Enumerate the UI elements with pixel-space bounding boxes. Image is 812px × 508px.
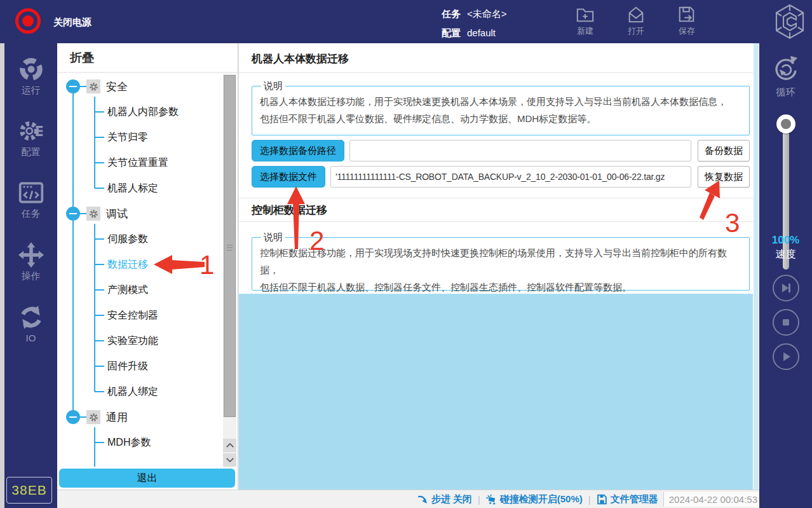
speed-slider-handle[interactable] bbox=[776, 114, 795, 134]
backup-data-button[interactable]: 备份数据 bbox=[698, 140, 750, 161]
new-button[interactable]: 新建 bbox=[565, 5, 605, 37]
step-mode-label: 步进 关闭 bbox=[431, 493, 472, 505]
sidebar-item-task[interactable]: 任务 bbox=[4, 179, 57, 220]
loop-label: 循环 bbox=[759, 86, 812, 99]
open-file-icon bbox=[626, 5, 646, 24]
speed-label: 速度 bbox=[759, 248, 812, 261]
tree-item-label: 实验室功能 bbox=[107, 334, 158, 348]
power-record-icon[interactable] bbox=[15, 8, 41, 34]
tree-group: 调试伺服参数数据迁移产测模式安全控制器实验室功能固件升级机器人绑定 bbox=[57, 201, 222, 404]
tree-body: 安全机器人内部参数关节归零关节位置重置机器人标定调试伺服参数数据迁移产测模式安全… bbox=[57, 74, 222, 467]
separator: | bbox=[478, 494, 480, 505]
open-button[interactable]: 打开 bbox=[616, 5, 656, 37]
data-file-input[interactable] bbox=[330, 166, 691, 188]
save-button[interactable]: 保存 bbox=[667, 5, 707, 37]
chevron-up-icon bbox=[226, 443, 234, 448]
step-mode-status[interactable]: 步进 关闭 bbox=[417, 493, 472, 505]
topbar: 关闭电源 任务<未命名> 配置default 新建 打开 保存 bbox=[0, 0, 812, 43]
backup-path-input[interactable] bbox=[349, 140, 691, 161]
sidebar-item-operate[interactable]: 操作 bbox=[4, 242, 57, 282]
tree-item-label: 机器人绑定 bbox=[107, 385, 158, 399]
sidebar-item-config[interactable]: 配置 bbox=[4, 118, 57, 158]
power-label: 关闭电源 bbox=[53, 17, 91, 29]
minus-circle-icon[interactable] bbox=[66, 79, 80, 93]
section2-title: 控制柜数据迁移 bbox=[239, 198, 753, 222]
tree-item-关节位置重置[interactable]: 关节位置重置 bbox=[57, 150, 222, 175]
tree-connector bbox=[95, 366, 104, 367]
collision-detect-status[interactable]: 碰撞检测开启(50%) bbox=[486, 493, 583, 505]
config-label: 配置 bbox=[442, 27, 461, 38]
main-panel: 机器人本体数据迁移 说明 机器人本体数据迁移功能，用于实现快速更换机器人本体场景… bbox=[238, 43, 759, 490]
minus-circle-icon[interactable] bbox=[66, 207, 80, 221]
config-value: default bbox=[467, 27, 496, 38]
loop-button[interactable] bbox=[759, 55, 812, 84]
step-forward-button[interactable] bbox=[773, 275, 799, 301]
config-gear-icon bbox=[18, 118, 44, 144]
task-code-icon bbox=[18, 179, 44, 206]
tree-item-机器人内部参数[interactable]: 机器人内部参数 bbox=[57, 99, 222, 125]
note-line: 机器人本体数据迁移功能，用于实现快速更换机器人本体场景，使用支持导入与导出当前机… bbox=[260, 93, 741, 110]
tree-connector bbox=[95, 238, 104, 240]
sidebar-item-io[interactable]: IO bbox=[4, 304, 57, 343]
tree-group-header[interactable]: 安全 bbox=[57, 74, 222, 99]
tree-item-产测模式[interactable]: 产测模式 bbox=[57, 277, 222, 303]
choose-backup-path-button[interactable]: 选择数据备份路径 bbox=[252, 140, 344, 161]
tree-connector bbox=[95, 137, 104, 138]
right-sidebar: 循环 100% 速度 bbox=[759, 43, 812, 508]
robot-note-box: 说明 机器人本体数据迁移功能，用于实现快速更换机器人本体场景，使用支持导入与导出… bbox=[252, 80, 750, 135]
cabinet-note-box: 说明 控制柜数据迁移功能，用于实现现场支持时快速更换控制柜的场景使用，支持导入与… bbox=[252, 231, 750, 291]
exit-button[interactable]: 退出 bbox=[59, 469, 235, 488]
settings-tree-panel: 折叠 安全机器人内部参数关节归零关节位置重置机器人标定调试伺服参数数据迁移产测模… bbox=[57, 43, 238, 490]
tree-item-机器人标定[interactable]: 机器人标定 bbox=[57, 175, 222, 201]
task-label: 任务 bbox=[442, 8, 461, 19]
main-scrollbar-track[interactable] bbox=[754, 43, 759, 490]
tree-item-实验室功能[interactable]: 实验室功能 bbox=[57, 328, 222, 354]
tree-connector bbox=[80, 86, 86, 87]
play-button[interactable] bbox=[773, 343, 799, 370]
minus-circle-icon[interactable] bbox=[66, 410, 80, 424]
datetime: 2024-04-22 00:04:53 bbox=[663, 492, 759, 507]
tree-scrollbar[interactable] bbox=[223, 74, 236, 467]
tree-item-label: 安全控制器 bbox=[107, 309, 158, 322]
left-sidebar: 运行 配置 任务 操作 IO 38 bbox=[0, 43, 57, 508]
tree-item-label: 数据迁移 bbox=[107, 258, 148, 271]
tree-connector bbox=[95, 162, 104, 163]
tree-item-label: 伺服参数 bbox=[107, 233, 148, 246]
step-mode-icon bbox=[417, 494, 428, 505]
tree-group-header[interactable]: 通用 bbox=[57, 404, 222, 430]
tree-connector bbox=[95, 264, 104, 265]
tree-scrollbar-thumb[interactable] bbox=[224, 75, 236, 417]
choose-data-file-button[interactable]: 选择数据文件 bbox=[252, 166, 325, 188]
tree-group-header[interactable]: 调试 bbox=[57, 201, 222, 226]
file-manager-status[interactable]: 文件管理器 bbox=[597, 493, 658, 505]
tree-item-伺服参数[interactable]: 伺服参数 bbox=[57, 226, 222, 252]
tree-item-数据迁移[interactable]: 数据迁移 bbox=[57, 252, 222, 277]
restore-data-button[interactable]: 恢复数据 bbox=[698, 166, 750, 188]
restore-row: 选择数据文件 恢复数据 bbox=[252, 166, 750, 188]
task-config-meta: 任务<未命名> 配置default bbox=[442, 4, 507, 43]
tree-item-机器人绑定[interactable]: 机器人绑定 bbox=[57, 379, 222, 404]
note-legend: 说明 bbox=[261, 80, 285, 92]
tree-item-MDH参数[interactable]: MDH参数 bbox=[57, 430, 222, 455]
tree-item-安全控制器[interactable]: 安全控制器 bbox=[57, 303, 222, 328]
scroll-up-button[interactable] bbox=[223, 439, 236, 452]
tree-item-label: MDH参数 bbox=[107, 436, 151, 450]
tree-item-关节归零[interactable]: 关节归零 bbox=[57, 125, 222, 150]
tree-group: 通用MDH参数 bbox=[57, 404, 222, 455]
tree-group-label: 通用 bbox=[106, 410, 128, 425]
open-button-label: 打开 bbox=[616, 25, 656, 37]
gear-icon bbox=[86, 79, 100, 93]
sidebar-item-label: 任务 bbox=[4, 208, 57, 220]
tree-connector bbox=[95, 391, 104, 392]
collapse-header[interactable]: 折叠 bbox=[57, 43, 238, 73]
tree-item-label: 产测模式 bbox=[107, 284, 148, 297]
task-row: 任务<未命名> bbox=[442, 4, 507, 24]
tree-item-固件升级[interactable]: 固件升级 bbox=[57, 354, 222, 379]
sidebar-item-run[interactable]: 运行 bbox=[4, 56, 57, 97]
gear-icon bbox=[86, 410, 100, 424]
stop-button[interactable] bbox=[773, 309, 799, 336]
scroll-down-button[interactable] bbox=[223, 453, 236, 467]
tree-connector bbox=[95, 188, 104, 189]
status-badge: 38EB bbox=[6, 477, 52, 504]
tree-connector bbox=[95, 111, 104, 113]
